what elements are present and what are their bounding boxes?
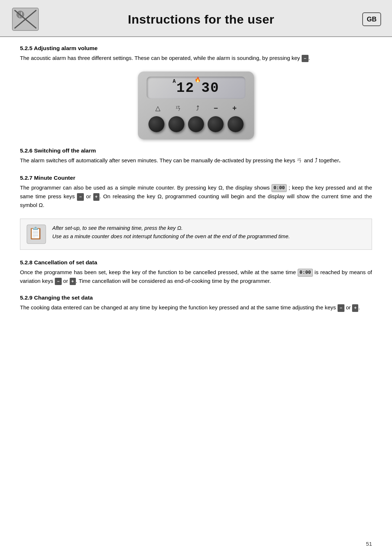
note-text: After set-up, to see the remaining time,… bbox=[52, 224, 290, 241]
display-000-2: 0:00 bbox=[298, 269, 313, 277]
heat-symbol-1: ㄢ bbox=[297, 157, 302, 163]
section-529-text-1: The cooking data entered can be changed … bbox=[20, 304, 338, 310]
section-529-body: The cooking data entered can be changed … bbox=[20, 303, 372, 312]
section-525-text: The acoustic alarm has three different s… bbox=[20, 55, 302, 61]
section-528: 5.2.8 Cancellation of set data Once the … bbox=[20, 259, 372, 285]
section-529: 5.2.9 Changing the set data The cooking … bbox=[20, 294, 372, 312]
section-528-body: Once the programme has been set, keep th… bbox=[20, 268, 372, 285]
minus-key-2: − bbox=[77, 193, 84, 201]
section-525-body: The acoustic alarm has three different s… bbox=[20, 54, 372, 62]
svg-text:📋: 📋 bbox=[28, 226, 43, 240]
section-527-text-1: The programmer can also be used as a sim… bbox=[20, 184, 271, 191]
section-526-and: and bbox=[302, 157, 314, 163]
display-time: A12🔥30 bbox=[173, 80, 220, 96]
note-line2: Use as a minute counter does not interru… bbox=[52, 233, 290, 239]
note-box: 📋 After set-up, to see the remaining tim… bbox=[20, 219, 372, 250]
minus-key-3: − bbox=[55, 278, 62, 285]
header-logo-icon: 🍴 bbox=[11, 7, 40, 32]
display-panel: A12🔥30 △ ㄢ ⤴ − + bbox=[138, 72, 254, 139]
heat-symbol-2: ⤴ bbox=[315, 157, 318, 163]
section-527-body: The programmer can also be used as a sim… bbox=[20, 183, 372, 209]
display-icons-row: △ ㄢ ⤴ − + bbox=[147, 104, 245, 113]
button-bell bbox=[148, 116, 164, 132]
minus-key-1: − bbox=[302, 55, 309, 62]
display-000-1: 0:00 bbox=[271, 184, 286, 192]
display-flame-icon: 🔥 bbox=[195, 77, 201, 83]
minus-icon: − bbox=[214, 104, 218, 113]
section-525: 5.2.5 Adjusting alarm volume The acousti… bbox=[20, 45, 372, 62]
note-icon: 📋 bbox=[26, 224, 46, 244]
page-header: 🍴 Instructions for the user GB bbox=[0, 0, 392, 37]
plus-key-1: + bbox=[93, 193, 99, 201]
main-content: 5.2.5 Adjusting alarm volume The acousti… bbox=[0, 37, 392, 332]
note-line1: After set-up, to see the remaining time,… bbox=[52, 225, 183, 231]
section-526-together: together. bbox=[318, 157, 340, 163]
section-529-heading: 5.2.9 Changing the set data bbox=[20, 294, 372, 301]
plus-key-2: + bbox=[70, 278, 76, 285]
section-526: 5.2.6 Switching off the alarm The alarm … bbox=[20, 147, 372, 165]
display-screen: A12🔥30 bbox=[147, 77, 245, 99]
section-527-or: or bbox=[84, 193, 93, 199]
button-heat2 bbox=[188, 116, 204, 132]
section-527-heading: 5.2.7 Minute Counter bbox=[20, 175, 372, 181]
plus-key-3: + bbox=[352, 304, 358, 312]
section-527: 5.2.7 Minute Counter The programmer can … bbox=[20, 175, 372, 209]
section-528-or: or bbox=[62, 278, 70, 284]
page-number: 51 bbox=[366, 541, 372, 547]
section-528-text-1: Once the programme has been set, keep th… bbox=[20, 269, 298, 275]
section-526-body: The alarm switches off automatically aft… bbox=[20, 156, 372, 165]
section-529-or: or bbox=[344, 304, 352, 310]
section-525-period: . bbox=[309, 55, 310, 61]
display-superscript-a: A bbox=[173, 78, 176, 84]
section-528-heading: 5.2.8 Cancellation of set data bbox=[20, 259, 372, 266]
buttons-row bbox=[147, 116, 245, 132]
section-525-heading: 5.2.5 Adjusting alarm volume bbox=[20, 45, 372, 52]
display-image-container: A12🔥30 △ ㄢ ⤴ − + bbox=[20, 72, 372, 139]
heat-icon-2: ⤴ bbox=[196, 105, 199, 112]
section-526-heading: 5.2.6 Switching off the alarm bbox=[20, 147, 372, 154]
header-title-area: Instructions for the user bbox=[40, 12, 362, 27]
button-heat1 bbox=[168, 116, 184, 132]
section-529-period: . bbox=[358, 304, 360, 310]
section-526-text-1: The alarm switches off automatically aft… bbox=[20, 157, 297, 163]
button-plus bbox=[228, 116, 244, 132]
page-title: Instructions for the user bbox=[128, 12, 274, 26]
plus-icon: + bbox=[232, 104, 237, 113]
bell-icon: △ bbox=[155, 104, 160, 112]
minus-key-4: − bbox=[338, 304, 344, 312]
heat-icon-1: ㄢ bbox=[175, 104, 181, 113]
country-badge: GB bbox=[362, 12, 381, 26]
button-minus bbox=[208, 116, 224, 132]
section-528-text-3: . Time cancellation will be considered a… bbox=[76, 278, 271, 284]
